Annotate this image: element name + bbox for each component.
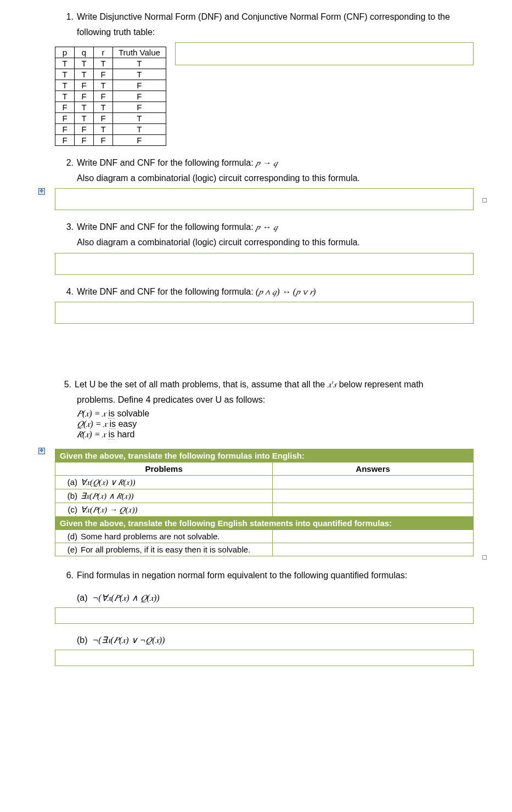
q6b-formula: ¬(∃𝑥(𝑃(𝑥) ∨ ¬𝑄(𝑥)) — [92, 635, 165, 645]
q6-text: 6.Find formulas in negation normal form … — [55, 569, 474, 582]
q3-text-line2: Also diagram a combinatorial (logic) cir… — [55, 236, 474, 249]
q5-text: 5.Let U be the set of all math problems,… — [55, 379, 474, 391]
table-row: FTTF — [55, 102, 166, 113]
q5-number: 5. — [59, 379, 71, 391]
table-row: TFFF — [55, 91, 166, 102]
formula-b: ∃𝑥(𝑃(𝑥) ∧ 𝑅(𝑥)) — [81, 492, 133, 500]
english-e: For all problems, if it is easy then it … — [81, 545, 250, 554]
formula-a: ∀𝑥(𝑄(𝑥) ∨ 𝑅(𝑥)) — [81, 478, 135, 487]
answer-cell[interactable] — [273, 489, 474, 503]
q1-text-line2: following truth table: — [55, 26, 474, 38]
predicate-R: 𝑅(𝑥) = 𝑥 is hard — [55, 430, 474, 439]
answer-cell[interactable] — [273, 530, 474, 543]
table-column-header: Problems Answers — [55, 463, 474, 476]
q2-text: 2.Write DNF and CNF for the following fo… — [55, 157, 474, 169]
english-d: Some hard problems are not solvable. — [81, 532, 220, 541]
q6a: (a) ¬(∀𝑥(𝑃(𝑥) ∧ 𝑄(𝑥)) — [55, 593, 474, 603]
th-p: p — [55, 47, 75, 58]
q5-xs: 𝑥′𝑠 — [328, 380, 337, 389]
q6a-answer-box[interactable] — [55, 607, 474, 624]
q3-text: 3.Write DNF and CNF for the following fo… — [55, 221, 474, 233]
th-value: Truth Value — [113, 47, 166, 58]
th-r: r — [94, 47, 113, 58]
table-anchor-icon[interactable]: ✥ — [38, 188, 45, 195]
table-row: (a)∀𝑥(𝑄(𝑥) ∨ 𝑅(𝑥)) — [55, 476, 474, 489]
predicate-P: 𝑃(𝑥) = 𝑥 is solvable — [55, 409, 474, 419]
quantifier-table: Given the above, translate the following… — [55, 449, 474, 556]
table-row: (e)For all problems, if it is easy then … — [55, 543, 474, 556]
q6b: (b) ¬(∃𝑥(𝑃(𝑥) ∨ ¬𝑄(𝑥)) — [55, 635, 474, 645]
q1-answer-box[interactable] — [175, 42, 474, 65]
q5-text-line2: problems. Define 4 predicates over U as … — [55, 394, 474, 406]
q2-number: 2. — [61, 157, 74, 169]
table-row: (c)∀𝑥(𝑃(𝑥) → 𝑄(𝑥)) — [55, 503, 474, 517]
q6b-answer-box[interactable] — [55, 650, 474, 666]
table-row: TTFT — [55, 69, 166, 80]
resize-handle-icon[interactable] — [482, 555, 487, 560]
th-q: q — [75, 47, 94, 58]
q4-number: 4. — [61, 286, 74, 298]
table-row: FFTT — [55, 124, 166, 135]
table-section-header: Given the above, translate the following… — [55, 517, 474, 530]
truth-table: p q r Truth Value TTTT TTFT TFTF TFFF FT… — [55, 47, 166, 146]
q2-formula: 𝑝 → 𝑞 — [256, 158, 278, 167]
formula-c: ∀𝑥(𝑃(𝑥) → 𝑄(𝑥)) — [81, 505, 137, 514]
table-anchor-icon[interactable]: ✥ — [38, 448, 45, 454]
q2-text-line2: Also diagram a combinatorial (logic) cir… — [55, 172, 474, 184]
table-row: TTTT — [55, 58, 166, 69]
table-header-row: p q r Truth Value — [55, 47, 166, 58]
answer-cell[interactable] — [273, 503, 474, 517]
q1-text: 1.Write Disjunctive Normal Form (DNF) an… — [55, 11, 474, 23]
answer-cell[interactable] — [273, 476, 474, 489]
table-row: FTFT — [55, 113, 166, 124]
q4-answer-box[interactable] — [55, 302, 474, 324]
q2-answer-box[interactable] — [55, 188, 474, 210]
q6-number: 6. — [61, 569, 74, 582]
table-row: (b)∃𝑥(𝑃(𝑥) ∧ 𝑅(𝑥)) — [55, 489, 474, 503]
predicate-Q: 𝑄(𝑥) = 𝑥 is easy — [55, 419, 474, 429]
q3-formula: 𝑝 ↔ 𝑞 — [256, 222, 278, 232]
q3-answer-box[interactable] — [55, 253, 474, 275]
q4-formula: (𝑝 ∧ 𝑞) ↔ (𝑝 ∨ 𝑟) — [256, 287, 316, 296]
q4-text: 4.Write DNF and CNF for the following fo… — [55, 286, 474, 298]
q6a-formula: ¬(∀𝑥(𝑃(𝑥) ∧ 𝑄(𝑥)) — [92, 593, 159, 602]
table-row: (d)Some hard problems are not solvable. — [55, 530, 474, 543]
resize-handle-icon[interactable] — [482, 198, 487, 202]
table-section-header: Given the above, translate the following… — [55, 449, 474, 463]
answer-cell[interactable] — [273, 543, 474, 556]
q3-number: 3. — [61, 221, 74, 233]
q1-number: 1. — [61, 11, 74, 23]
table-row: FFFF — [55, 135, 166, 146]
table-row: TFTF — [55, 80, 166, 91]
